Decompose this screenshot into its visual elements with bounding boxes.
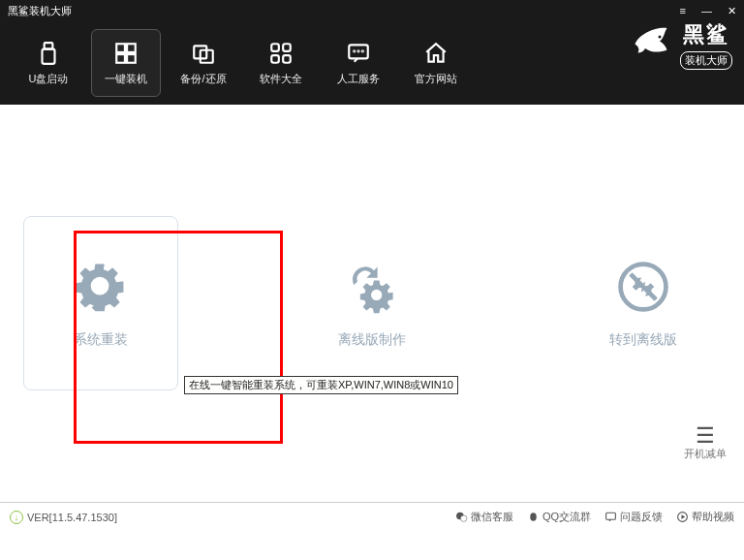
svg-point-13: [354, 50, 355, 51]
nav-software-hub[interactable]: 软件大全: [246, 29, 316, 97]
footer-link-label: QQ交流群: [542, 510, 591, 524]
main-area: 系统重装 离线版制作 转到离线版 在线一键智能重装系统，可重装XP,WIN7,W…: [0, 105, 744, 502]
switch-offline-icon: [614, 258, 672, 316]
footer-link-label: 问题反馈: [620, 510, 663, 524]
main-nav: U盘启动 一键装机 备份/还原 软件大全 人工服务 官方网站 黑鲨: [0, 21, 744, 105]
svg-rect-4: [116, 54, 125, 63]
nav-official-site[interactable]: 官方网站: [401, 29, 471, 97]
shark-icon: [628, 19, 674, 70]
svg-point-15: [362, 50, 363, 51]
sidebutton-label: 开机减单: [682, 447, 728, 461]
version-label: VER[11.5.47.1530]: [27, 512, 117, 523]
footer-link-label: 微信客服: [471, 510, 513, 524]
nav-usb-boot[interactable]: U盘启动: [14, 29, 83, 97]
brand-subtitle: 装机大师: [680, 51, 732, 70]
footer-qq-group[interactable]: QQ交流群: [527, 510, 591, 524]
video-icon: [676, 511, 689, 523]
svg-rect-11: [283, 55, 291, 63]
wechat-icon: [455, 511, 468, 523]
svg-point-19: [460, 515, 467, 522]
option-switch-offline[interactable]: 转到离线版: [566, 216, 721, 390]
titlebar: 黑鲨装机大师 ≡ — ✕: [0, 0, 744, 21]
boot-simplify-button[interactable]: ☰ 开机减单: [682, 425, 728, 461]
option-label: 离线版制作: [338, 331, 406, 349]
brand-name: 黑鲨: [680, 20, 732, 49]
svg-rect-10: [271, 55, 279, 63]
nav-label: 人工服务: [337, 72, 380, 86]
svg-rect-21: [606, 513, 616, 519]
svg-rect-8: [271, 44, 279, 51]
footer-feedback[interactable]: 问题反馈: [604, 510, 663, 524]
close-icon[interactable]: ✕: [728, 5, 736, 17]
option-label: 转到离线版: [609, 331, 677, 349]
window-controls: ≡ — ✕: [680, 5, 736, 17]
chat-icon: [346, 41, 371, 66]
version-badge-icon: ↓: [10, 511, 23, 524]
offline-gear-icon: [343, 258, 401, 316]
list-icon: ☰: [696, 423, 715, 448]
footer-link-label: 帮助视频: [692, 510, 734, 524]
footer: ↓ VER[11.5.47.1530] 微信客服 QQ交流群 问题反馈 帮助视频: [0, 502, 744, 531]
svg-rect-5: [127, 54, 136, 63]
nav-label: 一键装机: [105, 72, 147, 86]
nav-support[interactable]: 人工服务: [324, 29, 393, 97]
apps-icon: [268, 41, 294, 66]
minimize-icon[interactable]: —: [701, 5, 712, 16]
app-title: 黑鲨装机大师: [8, 4, 680, 18]
usb-icon: [36, 41, 61, 66]
option-label: 系统重装: [74, 331, 128, 349]
nav-label: 软件大全: [260, 72, 302, 86]
backup-icon: [191, 41, 216, 66]
nav-backup-restore[interactable]: 备份/还原: [169, 29, 238, 97]
svg-point-20: [530, 513, 537, 521]
nav-label: 备份/还原: [180, 72, 226, 86]
nav-label: 官方网站: [415, 72, 457, 86]
svg-rect-9: [283, 44, 291, 51]
feedback-icon: [604, 511, 617, 523]
option-offline-build[interactable]: 离线版制作: [294, 216, 450, 390]
tooltip: 在线一键智能重装系统，可重装XP,WIN7,WIN8或WIN10: [184, 376, 458, 394]
footer-help-video[interactable]: 帮助视频: [676, 510, 734, 524]
menu-icon[interactable]: ≡: [680, 5, 686, 16]
svg-rect-3: [127, 44, 136, 52]
windows-icon: [113, 41, 139, 66]
footer-wechat-support[interactable]: 微信客服: [455, 510, 513, 524]
nav-one-click-install[interactable]: 一键装机: [91, 29, 161, 97]
svg-point-16: [659, 36, 662, 39]
svg-rect-2: [116, 44, 125, 52]
brand-logo: 黑鲨 装机大师: [628, 19, 732, 70]
svg-rect-1: [43, 48, 55, 63]
qq-icon: [527, 511, 540, 523]
home-icon: [423, 41, 449, 66]
option-system-reinstall[interactable]: 系统重装: [23, 216, 178, 390]
nav-label: U盘启动: [29, 72, 69, 86]
gear-wrench-icon: [72, 258, 130, 316]
app-header: 黑鲨装机大师 ≡ — ✕ U盘启动 一键装机 备份/还原 软件大全 人工服务: [0, 0, 744, 105]
svg-point-14: [357, 50, 358, 51]
